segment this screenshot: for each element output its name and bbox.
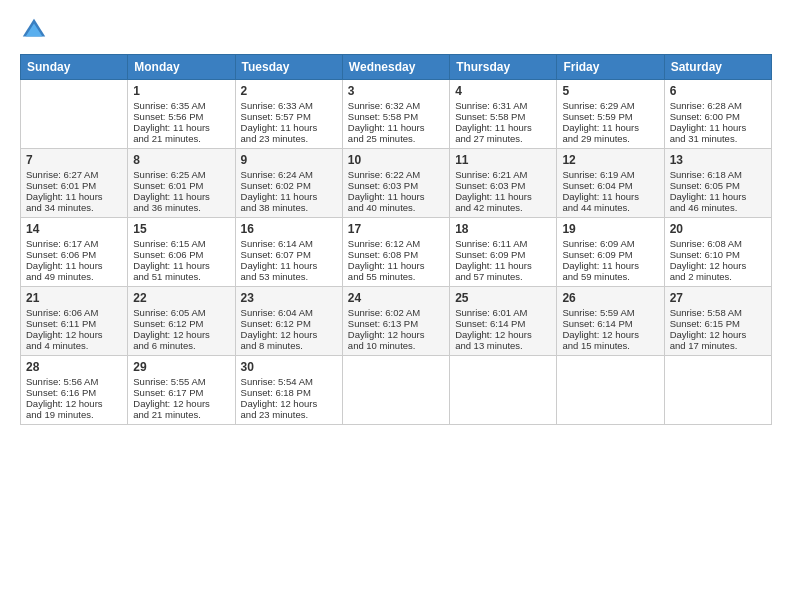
day-info-line: Sunset: 6:06 PM [26, 249, 122, 260]
calendar-cell: 10Sunrise: 6:22 AMSunset: 6:03 PMDayligh… [342, 149, 449, 218]
day-number: 5 [562, 84, 658, 98]
day-number: 28 [26, 360, 122, 374]
day-info-line: and 38 minutes. [241, 202, 337, 213]
day-info-line: Daylight: 11 hours [241, 191, 337, 202]
day-info-line: and 46 minutes. [670, 202, 766, 213]
day-info-line: and 23 minutes. [241, 133, 337, 144]
day-info-line: and 27 minutes. [455, 133, 551, 144]
day-number: 25 [455, 291, 551, 305]
calendar-cell: 7Sunrise: 6:27 AMSunset: 6:01 PMDaylight… [21, 149, 128, 218]
day-number: 19 [562, 222, 658, 236]
day-info-line: Daylight: 11 hours [26, 260, 122, 271]
calendar-cell: 22Sunrise: 6:05 AMSunset: 6:12 PMDayligh… [128, 287, 235, 356]
day-info-line: Daylight: 11 hours [241, 122, 337, 133]
day-number: 30 [241, 360, 337, 374]
day-info-line: Daylight: 11 hours [26, 191, 122, 202]
day-info-line: Sunset: 6:12 PM [133, 318, 229, 329]
calendar-cell: 8Sunrise: 6:25 AMSunset: 6:01 PMDaylight… [128, 149, 235, 218]
day-info-line: Daylight: 11 hours [562, 260, 658, 271]
day-number: 22 [133, 291, 229, 305]
calendar-cell: 24Sunrise: 6:02 AMSunset: 6:13 PMDayligh… [342, 287, 449, 356]
day-info-line: Sunset: 6:09 PM [562, 249, 658, 260]
day-info-line: Daylight: 11 hours [348, 122, 444, 133]
day-info-line: Daylight: 12 hours [670, 329, 766, 340]
day-info-line: Daylight: 12 hours [26, 329, 122, 340]
calendar-cell: 20Sunrise: 6:08 AMSunset: 6:10 PMDayligh… [664, 218, 771, 287]
column-header-tuesday: Tuesday [235, 55, 342, 80]
day-info-line: Sunset: 6:14 PM [562, 318, 658, 329]
calendar-week-row: 14Sunrise: 6:17 AMSunset: 6:06 PMDayligh… [21, 218, 772, 287]
day-info-line: and 23 minutes. [241, 409, 337, 420]
day-info-line: and 42 minutes. [455, 202, 551, 213]
day-info-line: Daylight: 11 hours [241, 260, 337, 271]
calendar-week-row: 28Sunrise: 5:56 AMSunset: 6:16 PMDayligh… [21, 356, 772, 425]
day-info-line: and 57 minutes. [455, 271, 551, 282]
day-info-line: Sunset: 6:08 PM [348, 249, 444, 260]
day-info-line: Daylight: 11 hours [455, 260, 551, 271]
calendar-cell: 5Sunrise: 6:29 AMSunset: 5:59 PMDaylight… [557, 80, 664, 149]
calendar-cell: 26Sunrise: 5:59 AMSunset: 6:14 PMDayligh… [557, 287, 664, 356]
day-info-line: and 25 minutes. [348, 133, 444, 144]
day-info-line: Sunrise: 6:29 AM [562, 100, 658, 111]
day-info-line: and 8 minutes. [241, 340, 337, 351]
day-info-line: Sunset: 6:06 PM [133, 249, 229, 260]
day-info-line: Sunrise: 6:04 AM [241, 307, 337, 318]
day-info-line: Daylight: 11 hours [133, 191, 229, 202]
day-info-line: Daylight: 11 hours [348, 191, 444, 202]
calendar-cell [21, 80, 128, 149]
calendar-cell [450, 356, 557, 425]
day-number: 14 [26, 222, 122, 236]
day-info-line: Daylight: 11 hours [455, 122, 551, 133]
day-info-line: and 34 minutes. [26, 202, 122, 213]
day-info-line: Sunrise: 6:17 AM [26, 238, 122, 249]
calendar-week-row: 21Sunrise: 6:06 AMSunset: 6:11 PMDayligh… [21, 287, 772, 356]
day-info-line: and 2 minutes. [670, 271, 766, 282]
calendar-cell: 1Sunrise: 6:35 AMSunset: 5:56 PMDaylight… [128, 80, 235, 149]
day-info-line: and 4 minutes. [26, 340, 122, 351]
day-number: 12 [562, 153, 658, 167]
day-number: 29 [133, 360, 229, 374]
day-info-line: Daylight: 11 hours [670, 191, 766, 202]
day-info-line: Sunset: 6:04 PM [562, 180, 658, 191]
day-info-line: Sunset: 6:07 PM [241, 249, 337, 260]
day-info-line: Sunrise: 6:09 AM [562, 238, 658, 249]
day-info-line: Daylight: 12 hours [26, 398, 122, 409]
day-number: 2 [241, 84, 337, 98]
day-number: 23 [241, 291, 337, 305]
day-number: 17 [348, 222, 444, 236]
day-info-line: Sunrise: 6:15 AM [133, 238, 229, 249]
logo-icon [20, 16, 48, 44]
day-info-line: Sunrise: 6:28 AM [670, 100, 766, 111]
day-info-line: Sunrise: 6:02 AM [348, 307, 444, 318]
day-number: 27 [670, 291, 766, 305]
day-info-line: Daylight: 12 hours [133, 398, 229, 409]
calendar-cell: 30Sunrise: 5:54 AMSunset: 6:18 PMDayligh… [235, 356, 342, 425]
day-number: 3 [348, 84, 444, 98]
day-number: 18 [455, 222, 551, 236]
day-info-line: Sunrise: 5:59 AM [562, 307, 658, 318]
calendar-cell: 11Sunrise: 6:21 AMSunset: 6:03 PMDayligh… [450, 149, 557, 218]
day-info-line: Daylight: 11 hours [562, 191, 658, 202]
day-info-line: and 19 minutes. [26, 409, 122, 420]
calendar-cell: 25Sunrise: 6:01 AMSunset: 6:14 PMDayligh… [450, 287, 557, 356]
calendar-cell: 28Sunrise: 5:56 AMSunset: 6:16 PMDayligh… [21, 356, 128, 425]
day-number: 8 [133, 153, 229, 167]
day-info-line: and 17 minutes. [670, 340, 766, 351]
day-info-line: Sunset: 5:59 PM [562, 111, 658, 122]
day-info-line: Sunrise: 6:35 AM [133, 100, 229, 111]
day-info-line: Daylight: 11 hours [133, 122, 229, 133]
day-info-line: Sunrise: 5:54 AM [241, 376, 337, 387]
day-info-line: and 10 minutes. [348, 340, 444, 351]
calendar-cell: 21Sunrise: 6:06 AMSunset: 6:11 PMDayligh… [21, 287, 128, 356]
column-header-saturday: Saturday [664, 55, 771, 80]
day-info-line: and 49 minutes. [26, 271, 122, 282]
day-info-line: Sunset: 6:00 PM [670, 111, 766, 122]
day-info-line: and 59 minutes. [562, 271, 658, 282]
day-info-line: and 31 minutes. [670, 133, 766, 144]
day-number: 4 [455, 84, 551, 98]
day-info-line: and 15 minutes. [562, 340, 658, 351]
day-number: 20 [670, 222, 766, 236]
calendar-cell: 3Sunrise: 6:32 AMSunset: 5:58 PMDaylight… [342, 80, 449, 149]
day-number: 16 [241, 222, 337, 236]
calendar-cell: 12Sunrise: 6:19 AMSunset: 6:04 PMDayligh… [557, 149, 664, 218]
